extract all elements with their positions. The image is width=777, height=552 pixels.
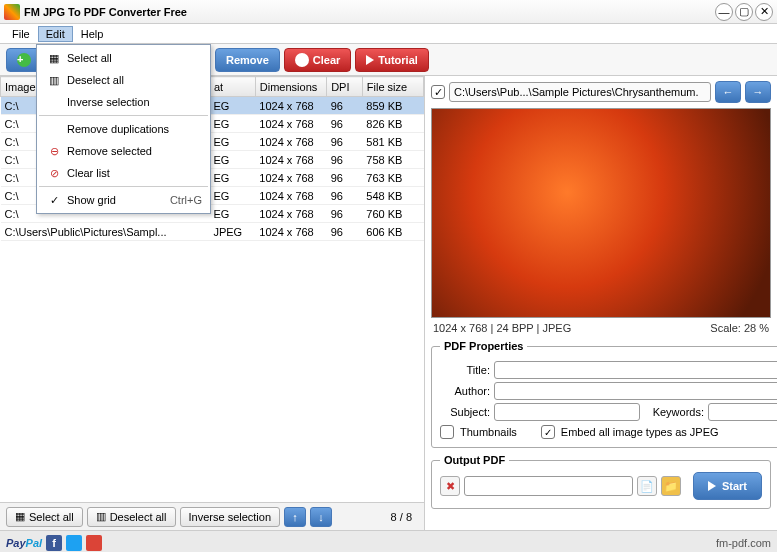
output-path-input[interactable]	[464, 476, 633, 496]
btn-select-all[interactable]: ▦Select all	[6, 507, 83, 527]
menu-select-all[interactable]: ▦Select all	[39, 47, 208, 69]
website-link[interactable]: fm-pdf.com	[716, 537, 771, 549]
menu-show-grid[interactable]: ✓Show gridCtrl+G	[39, 189, 208, 211]
pdf-legend: PDF Properties	[440, 340, 527, 352]
play-icon	[366, 55, 374, 65]
move-down-button[interactable]: ↓	[310, 507, 332, 527]
window-title: FM JPG To PDF Converter Free	[24, 6, 713, 18]
remove-button[interactable]: Remove	[215, 48, 280, 72]
plus-icon: +	[17, 53, 31, 67]
pdf-properties: PDF Properties Title: Author: Subject: K…	[431, 340, 777, 448]
pdf-author-input[interactable]	[494, 382, 777, 400]
footer: PayPal f fm-pdf.com	[0, 530, 777, 552]
deselect-all-icon: ▥	[45, 72, 63, 88]
maximize-button[interactable]: ▢	[735, 3, 753, 21]
pdf-title-input[interactable]	[494, 361, 777, 379]
preview-check-icon[interactable]: ✓	[431, 85, 445, 99]
pdf-icon: 📄	[637, 476, 657, 496]
clear-button[interactable]: Clear	[284, 48, 352, 72]
googleplus-icon[interactable]	[86, 535, 102, 551]
close-button[interactable]: ✕	[755, 3, 773, 21]
edit-menu: ▦Select all ▥Deselect all Inverse select…	[36, 44, 211, 214]
pdf-keywords-input[interactable]	[708, 403, 777, 421]
preview-path[interactable]	[449, 82, 711, 102]
select-all-icon: ▦	[15, 510, 25, 523]
menu-inverse-selection[interactable]: Inverse selection	[39, 91, 208, 113]
menu-edit[interactable]: Edit	[38, 26, 73, 42]
menu-remove-duplications[interactable]: Remove duplications	[39, 118, 208, 140]
titlebar: FM JPG To PDF Converter Free — ▢ ✕	[0, 0, 777, 24]
btn-deselect-all[interactable]: ▥Deselect all	[87, 507, 176, 527]
col-format[interactable]: at	[209, 77, 255, 97]
start-button[interactable]: Start	[693, 472, 762, 500]
col-filesize[interactable]: File size	[362, 77, 423, 97]
next-image-button[interactable]: →	[745, 81, 771, 103]
table-row[interactable]: C:\Users\Public\Pictures\Sampl...JPEG102…	[1, 223, 424, 241]
image-preview	[431, 108, 771, 318]
minimize-button[interactable]: —	[715, 3, 733, 21]
paypal-link[interactable]: PayPal	[6, 537, 42, 549]
select-all-icon: ▦	[45, 50, 63, 66]
tutorial-button[interactable]: Tutorial	[355, 48, 429, 72]
clear-icon	[295, 53, 309, 67]
minus-icon: ⊖	[45, 143, 63, 159]
btn-inverse-selection[interactable]: Inverse selection	[180, 507, 281, 527]
item-counter: 8 / 8	[391, 511, 418, 523]
check-icon: ✓	[45, 192, 63, 208]
facebook-icon[interactable]: f	[46, 535, 62, 551]
right-panel: ✓ ← → 1024 x 768 | 24 BPP | JPEG Scale: …	[425, 76, 777, 530]
list-bottom-bar: ▦Select all ▥Deselect all Inverse select…	[0, 502, 424, 530]
clear-path-button[interactable]: ✖	[440, 476, 460, 496]
browse-button[interactable]: 📁	[661, 476, 681, 496]
preview-info: 1024 x 768 | 24 BPP | JPEG	[433, 322, 571, 334]
deselect-all-icon: ▥	[96, 510, 106, 523]
move-up-button[interactable]: ↑	[284, 507, 306, 527]
thumbnails-checkbox[interactable]	[440, 425, 454, 439]
menubar: File Edit Help	[0, 24, 777, 44]
menu-clear-list[interactable]: ⊘Clear list	[39, 162, 208, 184]
embed-jpeg-checkbox[interactable]	[541, 425, 555, 439]
output-pdf: Output PDF ✖ 📄 📁 Start	[431, 454, 771, 509]
menu-file[interactable]: File	[4, 26, 38, 42]
output-legend: Output PDF	[440, 454, 509, 466]
menu-remove-selected[interactable]: ⊖Remove selected	[39, 140, 208, 162]
prohibit-icon: ⊘	[45, 165, 63, 181]
menu-help[interactable]: Help	[73, 26, 112, 42]
preview-scale: Scale: 28 %	[710, 322, 769, 334]
play-icon	[708, 481, 716, 491]
pdf-subject-input[interactable]	[494, 403, 640, 421]
menu-deselect-all[interactable]: ▥Deselect all	[39, 69, 208, 91]
col-dpi[interactable]: DPI	[327, 77, 363, 97]
col-dimensions[interactable]: Dimensions	[255, 77, 326, 97]
twitter-icon[interactable]	[66, 535, 82, 551]
app-icon	[4, 4, 20, 20]
prev-image-button[interactable]: ←	[715, 81, 741, 103]
